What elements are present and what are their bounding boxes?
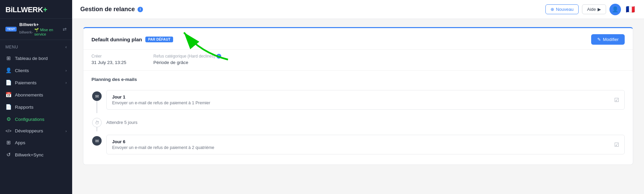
timeline-left-2: ✉ xyxy=(91,131,102,158)
refus-label: Refus catégorique (Hard declines) i xyxy=(153,54,221,59)
email-day-1: Jour 1 xyxy=(112,94,210,100)
plus-icon: ⊕ xyxy=(550,7,554,12)
account-badge: TEST xyxy=(5,27,17,31)
default-badge: PAR DÉFAUT xyxy=(145,37,173,42)
nav-label: Billwerk+Sync xyxy=(15,152,67,157)
card-title-area: Default dunning plan PAR DÉFAUT xyxy=(91,37,173,42)
timeline-content-2: Jour 6 Envoyer un e-mail de refus de pai… xyxy=(106,131,625,158)
email-icon-2: ✉ xyxy=(92,136,102,146)
sidebar-item-abonnements[interactable]: 📅 Abonnements xyxy=(0,89,72,101)
creer-label: Créer xyxy=(91,54,126,59)
sidebar-item-rapports[interactable]: 📄 Rapports xyxy=(0,101,72,113)
nav-label: Clients xyxy=(15,68,62,73)
timeline-line-1 xyxy=(97,101,97,113)
info-icon: i xyxy=(138,7,143,12)
account-sub: billwerk- xyxy=(19,30,33,34)
sidebar-item-developpeurs[interactable]: </> Développeurs › xyxy=(0,125,72,136)
sidebar-menu-header: Menu ‹ xyxy=(0,40,72,52)
sidebar-account: TEST Billwerk+ billwerk- 🌱 Mise en servi… xyxy=(0,19,72,40)
timeline: ✉ Jour 1 Envoyer un e-mail de refus de p… xyxy=(91,87,625,158)
nav-label: Configurations xyxy=(15,117,67,122)
user-icon: 👤 xyxy=(612,6,619,13)
timeline-line-wait xyxy=(97,127,97,131)
account-name: Billwerk+ xyxy=(19,22,60,27)
account-info: Billwerk+ billwerk- 🌱 Mise en service xyxy=(19,22,60,36)
card-meta: Créer 31 July 23, 13:25 Refus catégoriqu… xyxy=(83,50,633,70)
sidebar-item-billwerk-sync[interactable]: ↺ Billwerk+Sync xyxy=(0,149,72,161)
sync-icon[interactable]: ⇄ xyxy=(63,26,67,32)
nav-label: Tableau de bord xyxy=(15,56,67,61)
refus-value: Période de grâce xyxy=(153,60,221,65)
sidebar: BiLLWERK+ TEST Billwerk+ billwerk- 🌱 Mis… xyxy=(0,0,72,194)
check-icon-2: ☑ xyxy=(614,142,619,148)
email-desc-2: Envoyer un e-mail de refus de paiement à… xyxy=(112,145,214,150)
logo-plus: + xyxy=(43,5,47,14)
email-desc-1: Envoyer un e-mail de refus de paiement à… xyxy=(112,101,210,105)
rapports-icon: 📄 xyxy=(5,104,12,110)
email-card-2: Jour 6 Envoyer un e-mail de refus de pai… xyxy=(106,135,625,154)
timeline-item-wait: ⏱ Attendre 5 jours xyxy=(91,113,625,131)
card-title: Default dunning plan xyxy=(91,37,142,42)
topbar-actions: ⊕ Nouveau Aide ▶ 👤 🇫🇷 xyxy=(545,4,636,15)
sidebar-item-paiements[interactable]: 📄 Paiements › xyxy=(0,77,72,89)
nouveau-button[interactable]: ⊕ Nouveau xyxy=(545,4,579,14)
nav-label: Développeurs xyxy=(15,128,62,133)
mise-en-service-label: 🌱 Mise en service xyxy=(34,28,60,36)
refus-info-icon: i xyxy=(216,54,221,59)
logo: BiLLWERK+ xyxy=(5,5,67,14)
timeline-content-wait: Attendre 5 jours xyxy=(106,113,625,131)
timeline-item-1: ✉ Jour 1 Envoyer un e-mail de refus de p… xyxy=(91,87,625,113)
dunning-plan-card: Default dunning plan PAR DÉFAUT ✎ Modifi… xyxy=(83,27,633,165)
developpeurs-icon: </> xyxy=(5,129,12,133)
configurations-icon: ⚙ xyxy=(5,116,12,122)
apps-icon: ⊞ xyxy=(5,139,12,146)
sidebar-item-clients[interactable]: 👤 Clients › xyxy=(0,64,72,77)
modifier-button[interactable]: ✎ Modifier xyxy=(591,34,625,45)
nav-label: Abonnements xyxy=(15,92,67,98)
aide-button[interactable]: Aide ▶ xyxy=(582,4,606,14)
email-day-2: Jour 6 xyxy=(112,139,214,144)
timeline-content-1: Jour 1 Envoyer un e-mail de refus de pai… xyxy=(106,87,625,113)
content-area: Default dunning plan PAR DÉFAUT ✎ Modifi… xyxy=(72,19,644,194)
email-card-1: Jour 1 Envoyer un e-mail de refus de pai… xyxy=(106,90,625,110)
email-info-1: Jour 1 Envoyer un e-mail de refus de pai… xyxy=(112,94,210,105)
nav-items: ⊞ Tableau de bord 👤 Clients › 📄 Paiement… xyxy=(0,52,72,194)
paiements-icon: 📄 xyxy=(5,80,12,86)
timeline-left-1: ✉ xyxy=(91,87,102,113)
timeline-left-wait: ⏱ xyxy=(91,113,102,131)
sidebar-item-tableau-de-bord[interactable]: ⊞ Tableau de bord xyxy=(0,52,72,64)
check-icon-1: ☑ xyxy=(614,97,619,103)
sidebar-logo-area: BiLLWERK+ xyxy=(0,0,72,19)
collapse-menu-icon[interactable]: ‹ xyxy=(65,45,67,49)
language-flag-button[interactable]: 🇫🇷 xyxy=(624,4,636,15)
nav-label: Apps xyxy=(15,140,67,145)
abonnements-icon: 📅 xyxy=(5,92,12,98)
wait-text: Attendre 5 jours xyxy=(106,117,138,128)
sidebar-item-apps[interactable]: ⊞ Apps xyxy=(0,136,72,149)
user-avatar-button[interactable]: 👤 xyxy=(609,4,621,15)
french-flag-icon: 🇫🇷 xyxy=(626,5,635,14)
menu-label: Menu xyxy=(5,45,18,49)
edit-icon: ✎ xyxy=(597,37,601,42)
main-content: Gestion de relance i ⊕ Nouveau Aide ▶ 👤 … xyxy=(72,0,644,194)
email-icon-1: ✉ xyxy=(92,91,102,101)
nav-label: Rapports xyxy=(15,105,67,110)
card-header: Default dunning plan PAR DÉFAUT ✎ Modifi… xyxy=(83,28,633,50)
sidebar-item-configurations[interactable]: ⚙ Configurations xyxy=(0,113,72,125)
chevron-right-icon: › xyxy=(65,81,67,85)
planning-header: Planning des e-mails xyxy=(91,76,625,82)
chevron-right-icon: › xyxy=(65,68,67,72)
creer-value: 31 July 23, 13:25 xyxy=(91,60,126,65)
mise-en-service: billwerk- 🌱 Mise en service xyxy=(19,27,60,36)
timeline-item-2: ✉ Jour 6 Envoyer un e-mail de refus de p… xyxy=(91,131,625,158)
planning-section: Planning des e-mails ✉ Jour 1 xyxy=(83,70,633,165)
email-info-2: Jour 6 Envoyer un e-mail de refus de pai… xyxy=(112,139,214,150)
clients-icon: 👤 xyxy=(5,67,12,73)
dashboard-icon: ⊞ xyxy=(5,55,12,61)
meta-creer: Créer 31 July 23, 13:25 xyxy=(91,54,126,65)
topbar: Gestion de relance i ⊕ Nouveau Aide ▶ 👤 … xyxy=(72,0,644,19)
nav-label: Paiements xyxy=(15,80,62,85)
billwerk-sync-icon: ↺ xyxy=(5,152,12,158)
chevron-right-icon: ▶ xyxy=(598,7,601,12)
chevron-right-icon: › xyxy=(65,129,67,133)
